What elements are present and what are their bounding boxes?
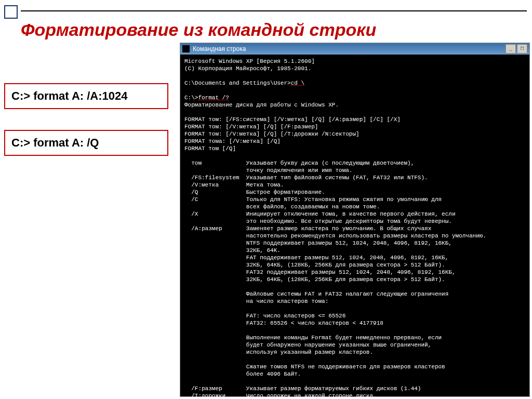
output-line: Файловые системы FAT и FAT32 налагают сл…: [184, 291, 448, 297]
output-line: на число кластеров тома:: [184, 298, 328, 304]
terminal-output: Microsoft Windows XP [Версия 5.1.2600] (…: [180, 55, 529, 399]
output-line: используя указанный размер кластеров.: [184, 349, 373, 355]
output-line: /Q Быстрое форматирование.: [184, 189, 325, 195]
horizontal-rule: [21, 10, 527, 11]
output-line: 32КБ, 64КБ, (128КБ, 256КБ для размера се…: [184, 276, 445, 283]
output-line: Выполнение команды Format будет немедлен…: [184, 335, 442, 341]
output-line: FAT: число кластеров <= 65526: [184, 313, 345, 319]
window-title: Командная строка: [193, 45, 506, 52]
output-line: /A:размер Заменяет размер кластера по ум…: [184, 225, 431, 232]
output-line: C:\>: [184, 95, 198, 101]
output-line: /F:размер Указывает размер форматируемых…: [184, 385, 421, 392]
user-command: format /?: [198, 95, 229, 101]
output-line: Сжатие томов NTFS не поддерживается для …: [184, 364, 445, 370]
example-command-2: C:> format A: /Q: [4, 130, 168, 156]
example-command-1: C:> format A: /A:1024: [4, 83, 168, 109]
output-line: C:\Documents and Settings\User>: [184, 80, 291, 86]
titlebar[interactable]: Командная строка _ □: [180, 43, 529, 55]
output-line: точку подключения или имя тома.: [184, 167, 352, 174]
output-line: FORMAT том: [/FS:система] [/V:метка] [/Q…: [184, 116, 401, 123]
slide-title: Форматирование из командной строки: [21, 20, 376, 40]
output-line: 32КБ, 64K.: [184, 247, 281, 254]
output-line: FAT32: 65526 < число кластеров < 4177918: [184, 320, 383, 326]
output-line: /X Инициирует отключение тома, в качеств…: [184, 211, 456, 217]
output-line: более 4096 Байт.: [184, 371, 301, 377]
output-line: FORMAT том: [/V:метка] [/Q] [/T:дорожки …: [184, 131, 360, 137]
output-line: всех файлов, создаваемых на новом томе.: [184, 204, 380, 210]
command-prompt-window: Командная строка _ □ Microsoft Windows X…: [180, 43, 530, 397]
minimize-button[interactable]: _: [506, 44, 516, 54]
slide-bullet-decoration: [4, 5, 18, 19]
output-line: FAT32 поддерживает размеры 512, 1024, 20…: [184, 269, 456, 275]
output-line: Microsoft Windows XP [Версия 5.1.2600]: [184, 58, 315, 64]
cmd-icon: [182, 45, 190, 52]
maximize-button[interactable]: □: [517, 44, 527, 54]
window-controls: _ □: [506, 44, 527, 54]
output-line: это необходимо. Все открытые дескрипторы…: [184, 218, 452, 224]
output-line: том Указывает букву диска (с последующим…: [184, 160, 414, 166]
output-line: будет обнаружено нарушение указанных выш…: [184, 342, 431, 348]
output-line: FORMAT том [/Q]: [184, 145, 236, 152]
output-line: FAT поддерживает размеры 512, 1024, 2048…: [184, 255, 448, 261]
output-line: /FS:filesystem Указывает тип файловой си…: [184, 175, 428, 181]
user-command: cd \: [291, 80, 304, 86]
output-line: /T:дорожки Число дорожек на каждой сторо…: [184, 393, 377, 399]
output-line: настоятельно рекомендуется использовать …: [184, 233, 486, 239]
output-line: (C) Корпорация Майкрософт, 1985-2001.: [184, 65, 311, 72]
output-line: /C Только для NTFS: Установка режима сжа…: [184, 196, 442, 203]
output-line: Форматирование диска для работы с Window…: [184, 102, 339, 108]
output-line: 32КБ, 64КБ, (128КБ, 256КБ для размера се…: [184, 262, 445, 268]
output-line: FORMAT том: [/V:метка] [/Q] [/F:размер]: [184, 124, 318, 130]
output-line: NTFS поддерживает размеры 512, 1024, 204…: [184, 240, 452, 246]
output-line: /V:метка Метка тома.: [184, 182, 284, 188]
output-line: FORMAT тома: [/V:метка] [/Q]: [184, 138, 281, 144]
